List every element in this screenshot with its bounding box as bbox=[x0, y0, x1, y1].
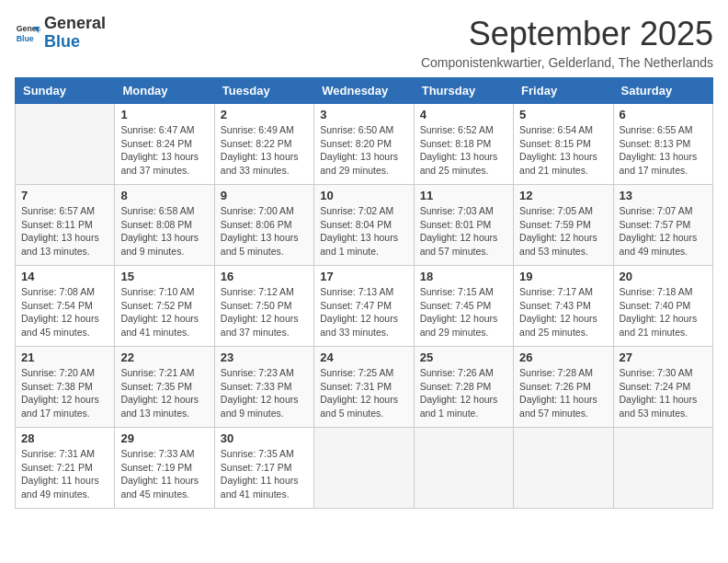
day-number: 1 bbox=[120, 108, 208, 121]
day-info: Sunrise: 7:08 AM Sunset: 7:54 PM Dayligh… bbox=[21, 285, 108, 339]
logo-general-text: General bbox=[44, 14, 106, 32]
svg-text:Blue: Blue bbox=[17, 34, 34, 43]
day-number: 26 bbox=[519, 350, 607, 364]
calendar-cell: 30Sunrise: 7:35 AM Sunset: 7:17 PM Dayli… bbox=[214, 428, 313, 509]
weekday-header-thursday: Thursday bbox=[414, 78, 513, 104]
logo: General Blue General Blue bbox=[15, 15, 106, 52]
calendar-cell: 3Sunrise: 6:50 AM Sunset: 8:20 PM Daylig… bbox=[314, 104, 414, 185]
week-row-4: 21Sunrise: 7:20 AM Sunset: 7:38 PM Dayli… bbox=[16, 347, 713, 428]
calendar-subtitle: Componistenkwartier, Gelderland, The Net… bbox=[421, 55, 713, 70]
day-number: 14 bbox=[21, 270, 108, 283]
calendar-cell: 27Sunrise: 7:30 AM Sunset: 7:24 PM Dayli… bbox=[613, 347, 712, 428]
day-info: Sunrise: 7:02 AM Sunset: 8:04 PM Dayligh… bbox=[320, 204, 407, 259]
day-number: 9 bbox=[221, 189, 308, 202]
week-row-5: 28Sunrise: 7:31 AM Sunset: 7:21 PM Dayli… bbox=[16, 428, 713, 509]
calendar-cell: 21Sunrise: 7:20 AM Sunset: 7:38 PM Dayli… bbox=[16, 347, 115, 428]
weekday-header-row: SundayMondayTuesdayWednesdayThursdayFrid… bbox=[16, 78, 713, 104]
day-number: 11 bbox=[420, 189, 507, 202]
week-row-1: 1Sunrise: 6:47 AM Sunset: 8:24 PM Daylig… bbox=[16, 104, 713, 185]
day-number: 16 bbox=[221, 270, 308, 283]
day-info: Sunrise: 7:20 AM Sunset: 7:38 PM Dayligh… bbox=[21, 366, 108, 420]
calendar-cell: 9Sunrise: 7:00 AM Sunset: 8:06 PM Daylig… bbox=[214, 185, 313, 266]
calendar-cell: 17Sunrise: 7:13 AM Sunset: 7:47 PM Dayli… bbox=[314, 266, 414, 347]
calendar-cell: 15Sunrise: 7:10 AM Sunset: 7:52 PM Dayli… bbox=[115, 266, 214, 347]
calendar-cell: 24Sunrise: 7:25 AM Sunset: 7:31 PM Dayli… bbox=[314, 347, 414, 428]
day-info: Sunrise: 7:23 AM Sunset: 7:33 PM Dayligh… bbox=[221, 366, 308, 420]
day-number: 20 bbox=[620, 270, 707, 283]
page-header: General Blue General Blue September 2025… bbox=[15, 15, 713, 70]
calendar-cell: 14Sunrise: 7:08 AM Sunset: 7:54 PM Dayli… bbox=[16, 266, 115, 347]
day-info: Sunrise: 7:26 AM Sunset: 7:28 PM Dayligh… bbox=[420, 366, 507, 420]
week-row-2: 7Sunrise: 6:57 AM Sunset: 8:11 PM Daylig… bbox=[16, 185, 713, 266]
day-number: 12 bbox=[519, 189, 607, 202]
calendar-cell: 2Sunrise: 6:49 AM Sunset: 8:22 PM Daylig… bbox=[214, 104, 313, 185]
day-number: 17 bbox=[320, 270, 407, 283]
calendar-cell: 11Sunrise: 7:03 AM Sunset: 8:01 PM Dayli… bbox=[414, 185, 513, 266]
day-number: 25 bbox=[420, 350, 507, 364]
day-number: 13 bbox=[620, 189, 707, 202]
day-info: Sunrise: 7:31 AM Sunset: 7:21 PM Dayligh… bbox=[21, 447, 108, 501]
day-info: Sunrise: 6:49 AM Sunset: 8:22 PM Dayligh… bbox=[221, 123, 308, 178]
day-info: Sunrise: 7:28 AM Sunset: 7:26 PM Dayligh… bbox=[519, 366, 607, 420]
calendar-title: September 2025 bbox=[421, 15, 713, 53]
day-info: Sunrise: 7:25 AM Sunset: 7:31 PM Dayligh… bbox=[320, 366, 407, 420]
day-info: Sunrise: 7:12 AM Sunset: 7:50 PM Dayligh… bbox=[221, 285, 308, 339]
day-info: Sunrise: 6:50 AM Sunset: 8:20 PM Dayligh… bbox=[320, 123, 407, 178]
day-number: 28 bbox=[21, 431, 108, 445]
day-info: Sunrise: 7:13 AM Sunset: 7:47 PM Dayligh… bbox=[320, 285, 407, 339]
day-info: Sunrise: 7:03 AM Sunset: 8:01 PM Dayligh… bbox=[420, 204, 507, 259]
weekday-header-sunday: Sunday bbox=[16, 78, 115, 104]
day-info: Sunrise: 7:18 AM Sunset: 7:40 PM Dayligh… bbox=[620, 285, 707, 339]
calendar-cell: 12Sunrise: 7:05 AM Sunset: 7:59 PM Dayli… bbox=[514, 185, 613, 266]
day-number: 30 bbox=[221, 431, 308, 445]
title-block: September 2025 Componistenkwartier, Geld… bbox=[421, 15, 713, 70]
calendar-cell: 26Sunrise: 7:28 AM Sunset: 7:26 PM Dayli… bbox=[514, 347, 613, 428]
day-number: 8 bbox=[120, 189, 208, 202]
day-number: 2 bbox=[221, 108, 308, 121]
weekday-header-wednesday: Wednesday bbox=[314, 78, 414, 104]
weekday-header-friday: Friday bbox=[514, 78, 613, 104]
calendar-cell bbox=[314, 428, 414, 509]
calendar-cell: 19Sunrise: 7:17 AM Sunset: 7:43 PM Dayli… bbox=[514, 266, 613, 347]
logo-blue-text: Blue bbox=[44, 32, 80, 51]
logo-icon: General Blue bbox=[15, 20, 40, 46]
calendar-cell: 16Sunrise: 7:12 AM Sunset: 7:50 PM Dayli… bbox=[214, 266, 313, 347]
day-number: 27 bbox=[620, 350, 707, 364]
day-number: 10 bbox=[320, 189, 407, 202]
calendar-cell: 8Sunrise: 6:58 AM Sunset: 8:08 PM Daylig… bbox=[115, 185, 214, 266]
calendar-cell: 28Sunrise: 7:31 AM Sunset: 7:21 PM Dayli… bbox=[16, 428, 115, 509]
calendar-cell: 7Sunrise: 6:57 AM Sunset: 8:11 PM Daylig… bbox=[16, 185, 115, 266]
calendar-cell: 20Sunrise: 7:18 AM Sunset: 7:40 PM Dayli… bbox=[613, 266, 712, 347]
day-info: Sunrise: 7:05 AM Sunset: 7:59 PM Dayligh… bbox=[519, 204, 607, 259]
calendar-cell: 10Sunrise: 7:02 AM Sunset: 8:04 PM Dayli… bbox=[314, 185, 414, 266]
day-info: Sunrise: 7:07 AM Sunset: 7:57 PM Dayligh… bbox=[620, 204, 707, 259]
day-number: 23 bbox=[221, 350, 308, 364]
day-number: 24 bbox=[320, 350, 407, 364]
day-info: Sunrise: 7:17 AM Sunset: 7:43 PM Dayligh… bbox=[519, 285, 607, 339]
day-info: Sunrise: 7:35 AM Sunset: 7:17 PM Dayligh… bbox=[221, 447, 308, 501]
day-number: 21 bbox=[21, 350, 108, 364]
day-info: Sunrise: 7:15 AM Sunset: 7:45 PM Dayligh… bbox=[420, 285, 507, 339]
day-number: 15 bbox=[120, 270, 208, 283]
calendar-cell bbox=[514, 428, 613, 509]
day-number: 22 bbox=[120, 350, 208, 364]
day-info: Sunrise: 6:52 AM Sunset: 8:18 PM Dayligh… bbox=[420, 123, 507, 178]
calendar-cell: 5Sunrise: 6:54 AM Sunset: 8:15 PM Daylig… bbox=[514, 104, 613, 185]
weekday-header-monday: Monday bbox=[115, 78, 214, 104]
day-number: 5 bbox=[519, 108, 607, 121]
calendar-cell bbox=[414, 428, 513, 509]
calendar-cell: 13Sunrise: 7:07 AM Sunset: 7:57 PM Dayli… bbox=[613, 185, 712, 266]
day-number: 19 bbox=[519, 270, 607, 283]
day-info: Sunrise: 6:47 AM Sunset: 8:24 PM Dayligh… bbox=[120, 123, 208, 178]
calendar-cell: 25Sunrise: 7:26 AM Sunset: 7:28 PM Dayli… bbox=[414, 347, 513, 428]
day-number: 3 bbox=[320, 108, 407, 121]
day-info: Sunrise: 7:21 AM Sunset: 7:35 PM Dayligh… bbox=[120, 366, 208, 420]
weekday-header-tuesday: Tuesday bbox=[214, 78, 313, 104]
day-info: Sunrise: 7:10 AM Sunset: 7:52 PM Dayligh… bbox=[120, 285, 208, 339]
day-number: 6 bbox=[620, 108, 707, 121]
day-info: Sunrise: 6:55 AM Sunset: 8:13 PM Dayligh… bbox=[620, 123, 707, 178]
day-info: Sunrise: 6:54 AM Sunset: 8:15 PM Dayligh… bbox=[519, 123, 607, 178]
calendar-cell bbox=[613, 428, 712, 509]
calendar-cell bbox=[16, 104, 115, 185]
day-info: Sunrise: 6:58 AM Sunset: 8:08 PM Dayligh… bbox=[120, 204, 208, 259]
